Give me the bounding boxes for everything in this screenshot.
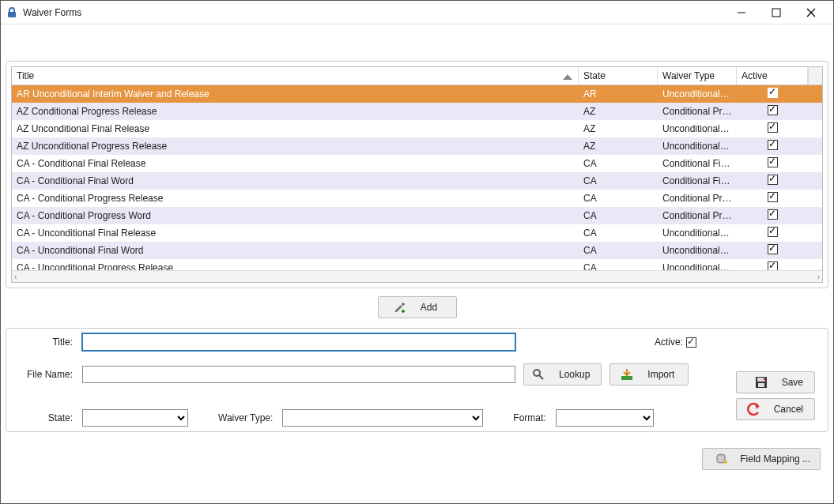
cell-waiver-type: Conditional Final xyxy=(658,175,737,186)
table-row[interactable]: AR Unconditional Interim Waiver and Rele… xyxy=(12,85,822,103)
column-header-waiver-type[interactable]: Waiver Type xyxy=(658,67,737,85)
cell-active[interactable] xyxy=(737,261,808,270)
grid-panel: Title State Waiver Type Active xyxy=(6,61,828,288)
form-panel: Title: Active: File Name: Lookup xyxy=(6,328,828,432)
floppy-icon xyxy=(755,376,768,389)
cell-waiver-type: Unconditional Final xyxy=(658,123,737,134)
field-mapping-button-label: Field Mapping ... xyxy=(740,453,810,465)
lookup-button-label: Lookup xyxy=(559,369,590,380)
cell-state: CA xyxy=(579,193,658,204)
row-active-checkbox[interactable] xyxy=(768,122,778,133)
cell-waiver-type: Conditional Progr... xyxy=(658,193,737,204)
magnifier-icon xyxy=(532,368,545,381)
cell-waiver-type: Conditional Progr... xyxy=(658,106,737,117)
column-header-state-text: State xyxy=(583,70,606,81)
cell-title: CA - Unconditional Final Word xyxy=(12,245,579,256)
format-select[interactable] xyxy=(556,409,654,427)
table-row[interactable]: CA - Conditional Progress ReleaseCACondi… xyxy=(12,190,822,207)
cell-title: CA - Conditional Final Word xyxy=(12,175,579,186)
cell-waiver-type: Unconditional Final xyxy=(658,245,737,256)
import-button[interactable]: Import xyxy=(609,363,689,386)
cell-waiver-type: Unconditional Final xyxy=(658,88,737,100)
table-row[interactable]: CA - Conditional Progress WordCAConditio… xyxy=(12,207,822,224)
file-name-input[interactable] xyxy=(82,366,515,383)
svg-rect-10 xyxy=(621,376,632,380)
svg-marker-5 xyxy=(563,74,572,80)
label-format: Format: xyxy=(513,412,547,423)
field-mapping-button[interactable]: Field Mapping ... xyxy=(702,448,821,470)
pen-add-icon xyxy=(394,301,406,314)
waiver-type-select[interactable] xyxy=(282,409,483,427)
row-active-checkbox[interactable] xyxy=(768,192,778,202)
row-active-checkbox[interactable] xyxy=(768,105,778,115)
import-button-label: Import xyxy=(647,369,674,380)
grid-horizontal-scrollbar[interactable]: ‹ › xyxy=(12,270,822,282)
table-row[interactable]: CA - Conditional Final ReleaseCAConditio… xyxy=(12,155,822,172)
cell-title: CA - Conditional Progress Word xyxy=(12,210,579,221)
column-header-state[interactable]: State xyxy=(579,67,658,85)
grid-body[interactable]: AR Unconditional Interim Waiver and Rele… xyxy=(12,85,822,270)
title-input[interactable] xyxy=(82,333,515,351)
column-header-title[interactable]: Title xyxy=(12,67,579,85)
active-checkbox[interactable] xyxy=(686,337,696,348)
table-row[interactable]: AZ Unconditional Final ReleaseAZUncondit… xyxy=(12,120,822,137)
sort-asc-icon xyxy=(562,72,573,78)
cell-waiver-type: Unconditional Pro... xyxy=(658,141,737,152)
state-select[interactable] xyxy=(82,409,188,427)
cell-active[interactable] xyxy=(737,140,808,152)
cell-active[interactable] xyxy=(737,122,808,135)
row-active-checkbox[interactable] xyxy=(768,227,778,237)
close-button[interactable] xyxy=(794,1,828,24)
cell-title: AZ Conditional Progress Release xyxy=(12,106,579,117)
cancel-button[interactable]: Cancel xyxy=(736,398,815,420)
cell-title: AR Unconditional Interim Waiver and Rele… xyxy=(12,88,579,100)
table-row[interactable]: CA - Unconditional Progress ReleaseCAUnc… xyxy=(12,259,822,270)
cell-active[interactable] xyxy=(737,209,808,222)
cell-title: CA - Unconditional Progress Release xyxy=(12,262,579,270)
waiver-forms-window: Waiver Forms Title xyxy=(0,0,834,504)
title-bar: Waiver Forms xyxy=(1,1,833,24)
cell-active[interactable] xyxy=(737,192,808,205)
svg-point-8 xyxy=(534,370,540,376)
column-header-active[interactable]: Active xyxy=(737,67,808,85)
cell-active[interactable] xyxy=(737,244,808,257)
minimize-button[interactable] xyxy=(724,1,759,24)
table-row[interactable]: AZ Unconditional Progress ReleaseAZUncon… xyxy=(12,137,822,155)
label-title: Title: xyxy=(11,337,74,348)
cell-state: AZ xyxy=(579,106,658,117)
row-active-checkbox[interactable] xyxy=(768,261,778,270)
label-waiver-type: Waiver Type: xyxy=(218,412,274,423)
cell-title: CA - Unconditional Final Release xyxy=(12,228,579,239)
lookup-button[interactable]: Lookup xyxy=(523,363,602,386)
row-active-checkbox[interactable] xyxy=(768,209,778,220)
cell-active[interactable] xyxy=(737,157,808,170)
maximize-button[interactable] xyxy=(759,1,794,24)
row-active-checkbox[interactable] xyxy=(768,140,778,150)
table-row[interactable]: CA - Conditional Final WordCAConditional… xyxy=(12,172,822,190)
cell-waiver-type: Unconditional Pro... xyxy=(658,262,737,270)
cell-active[interactable] xyxy=(737,88,808,100)
cell-active[interactable] xyxy=(737,105,808,118)
save-button[interactable]: Save xyxy=(736,371,815,393)
add-button[interactable]: Add xyxy=(378,296,457,318)
table-row[interactable]: CA - Unconditional Final ReleaseCAUncond… xyxy=(12,224,822,242)
column-header-active-text: Active xyxy=(742,70,768,81)
cell-state: CA xyxy=(579,262,658,270)
table-row[interactable]: AZ Conditional Progress ReleaseAZConditi… xyxy=(12,103,822,120)
scroll-right-icon[interactable]: › xyxy=(817,273,820,281)
grid-header-row: Title State Waiver Type Active xyxy=(12,67,822,85)
cell-state: CA xyxy=(579,158,658,169)
table-row[interactable]: CA - Unconditional Final WordCAUnconditi… xyxy=(12,242,822,259)
undo-arrow-icon xyxy=(747,403,760,416)
cell-active[interactable] xyxy=(737,175,808,187)
cell-state: CA xyxy=(579,245,658,256)
svg-rect-13 xyxy=(758,383,764,387)
row-active-checkbox[interactable] xyxy=(768,157,778,167)
scroll-left-icon[interactable]: ‹ xyxy=(14,273,17,281)
save-button-label: Save xyxy=(782,377,803,388)
row-active-checkbox[interactable] xyxy=(768,175,778,185)
add-button-label: Add xyxy=(421,302,437,313)
cell-active[interactable] xyxy=(737,227,808,239)
row-active-checkbox[interactable] xyxy=(768,88,778,98)
row-active-checkbox[interactable] xyxy=(768,244,778,254)
